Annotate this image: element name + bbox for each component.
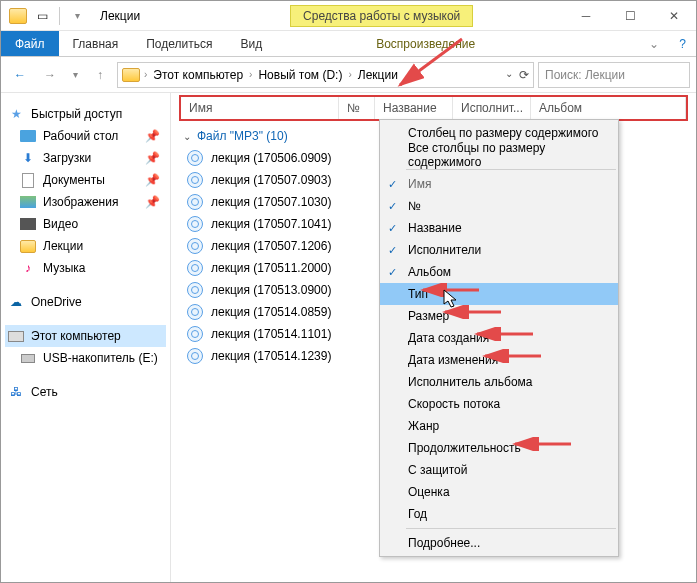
navbar: ← → ▾ ↑ › Этот компьютер › Новый том (D:… xyxy=(1,57,696,93)
qat-dropdown-icon[interactable]: ▾ xyxy=(66,5,88,27)
separator xyxy=(59,7,60,25)
tab-home[interactable]: Главная xyxy=(59,31,133,56)
sidebar-item-desktop[interactable]: Рабочий стол📌 xyxy=(5,125,166,147)
ctx-col-number[interactable]: ✓№ xyxy=(380,195,618,217)
ctx-col-name[interactable]: ✓Имя xyxy=(380,173,618,195)
group-label: Файл "MP3" (10) xyxy=(197,129,288,143)
check-icon: ✓ xyxy=(388,244,397,257)
audio-file-icon xyxy=(187,172,203,188)
documents-icon xyxy=(19,172,37,188)
tab-share[interactable]: Поделиться xyxy=(132,31,226,56)
audio-file-icon xyxy=(187,216,203,232)
chevron-right-icon[interactable]: › xyxy=(249,69,252,80)
sidebar-item-documents[interactable]: Документы📌 xyxy=(5,169,166,191)
ctx-col-year[interactable]: Год xyxy=(380,503,618,525)
nav-up-button[interactable]: ↑ xyxy=(87,62,113,88)
ctx-col-rating[interactable]: Оценка xyxy=(380,481,618,503)
qat-properties-icon[interactable]: ▭ xyxy=(31,5,53,27)
sidebar-item-downloads[interactable]: ⬇Загрузки📌 xyxy=(5,147,166,169)
nav-forward-button[interactable]: → xyxy=(37,62,63,88)
pin-icon: 📌 xyxy=(145,151,160,165)
pin-icon: 📌 xyxy=(145,173,160,187)
separator xyxy=(406,169,616,170)
column-name[interactable]: Имя xyxy=(181,97,339,119)
audio-file-icon xyxy=(187,304,203,320)
sidebar-item-usb[interactable]: USB-накопитель (E:) xyxy=(5,347,166,369)
pictures-icon xyxy=(19,194,37,210)
music-icon: ♪ xyxy=(19,260,37,276)
audio-file-icon xyxy=(187,150,203,166)
ribbon-expand-icon[interactable]: ⌄ xyxy=(639,31,669,56)
check-icon: ✓ xyxy=(388,200,397,213)
onedrive-icon: ☁ xyxy=(7,294,25,310)
quick-access-toolbar: ▭ ▾ xyxy=(1,5,94,27)
crumb-drive[interactable]: Новый том (D:) xyxy=(256,68,344,82)
ctx-col-protected[interactable]: С защитой xyxy=(380,459,618,481)
desktop-icon xyxy=(19,128,37,144)
check-icon: ✓ xyxy=(388,266,397,279)
audio-file-icon xyxy=(187,326,203,342)
context-tool-label: Средства работы с музыкой xyxy=(290,5,473,27)
address-dropdown-icon[interactable]: ⌄ xyxy=(505,68,513,82)
annotation-arrow xyxy=(473,327,537,341)
ribbon-help-icon[interactable]: ? xyxy=(669,31,696,56)
column-headers[interactable]: Имя № Название Исполнит... Альбом xyxy=(179,95,688,121)
column-number[interactable]: № xyxy=(339,97,375,119)
crumb-thispc[interactable]: Этот компьютер xyxy=(151,68,245,82)
search-placeholder: Поиск: Лекции xyxy=(545,68,625,82)
check-icon: ✓ xyxy=(388,222,397,235)
ctx-autosize-all[interactable]: Все столбцы по размеру содержимого xyxy=(380,144,618,166)
ctx-col-genre[interactable]: Жанр xyxy=(380,415,618,437)
annotation-arrow xyxy=(481,349,545,363)
refresh-icon[interactable]: ⟳ xyxy=(519,68,529,82)
check-icon: ✓ xyxy=(388,178,397,191)
pin-icon: 📌 xyxy=(145,129,160,143)
svg-line-0 xyxy=(400,39,462,85)
ctx-col-album-artist[interactable]: Исполнитель альбома xyxy=(380,371,618,393)
ctx-col-type[interactable]: Тип xyxy=(380,283,618,305)
chevron-right-icon[interactable]: › xyxy=(144,69,147,80)
maximize-button[interactable]: ☐ xyxy=(608,2,652,30)
nav-history-dropdown[interactable]: ▾ xyxy=(67,62,83,88)
annotation-arrow xyxy=(511,437,575,451)
column-album[interactable]: Альбом xyxy=(531,97,686,119)
minimize-button[interactable]: ─ xyxy=(564,2,608,30)
titlebar: ▭ ▾ Лекции Средства работы с музыкой ─ ☐… xyxy=(1,1,696,31)
sidebar-thispc[interactable]: Этот компьютер xyxy=(5,325,166,347)
network-icon: 🖧 xyxy=(7,384,25,400)
close-button[interactable]: ✕ xyxy=(652,2,696,30)
ctx-col-duration[interactable]: Продолжительность xyxy=(380,437,618,459)
audio-file-icon xyxy=(187,194,203,210)
folder-icon xyxy=(19,238,37,254)
sidebar-item-lectures[interactable]: Лекции xyxy=(5,235,166,257)
navigation-pane: ★ Быстрый доступ Рабочий стол📌 ⬇Загрузки… xyxy=(1,93,171,582)
usb-icon xyxy=(19,350,37,366)
sidebar-item-videos[interactable]: Видео xyxy=(5,213,166,235)
ctx-col-album[interactable]: ✓Альбом xyxy=(380,261,618,283)
sidebar-item-pictures[interactable]: Изображения📌 xyxy=(5,191,166,213)
window-title: Лекции xyxy=(94,9,140,23)
tab-view[interactable]: Вид xyxy=(226,31,276,56)
column-title[interactable]: Название xyxy=(375,97,453,119)
ctx-col-title[interactable]: ✓Название xyxy=(380,217,618,239)
audio-file-icon xyxy=(187,260,203,276)
sidebar-network[interactable]: 🖧Сеть xyxy=(5,381,166,403)
ctx-col-bitrate[interactable]: Скорость потока xyxy=(380,393,618,415)
cursor-icon xyxy=(443,289,459,312)
sidebar-onedrive[interactable]: ☁OneDrive xyxy=(5,291,166,313)
ctx-more[interactable]: Подробнее... xyxy=(380,532,618,554)
chevron-right-icon[interactable]: › xyxy=(348,69,351,80)
nav-back-button[interactable]: ← xyxy=(7,62,33,88)
ctx-col-artists[interactable]: ✓Исполнители xyxy=(380,239,618,261)
sidebar-item-music[interactable]: ♪Музыка xyxy=(5,257,166,279)
downloads-icon: ⬇ xyxy=(19,150,37,166)
audio-file-icon xyxy=(187,282,203,298)
column-artist[interactable]: Исполнит... xyxy=(453,97,531,119)
tab-file[interactable]: Файл xyxy=(1,31,59,56)
pc-icon xyxy=(7,328,25,344)
folder-icon xyxy=(122,68,140,82)
search-input[interactable]: Поиск: Лекции xyxy=(538,62,690,88)
sidebar-quick-access[interactable]: ★ Быстрый доступ xyxy=(5,103,166,125)
chevron-down-icon[interactable]: ⌄ xyxy=(183,131,191,142)
folder-app-icon xyxy=(7,5,29,27)
